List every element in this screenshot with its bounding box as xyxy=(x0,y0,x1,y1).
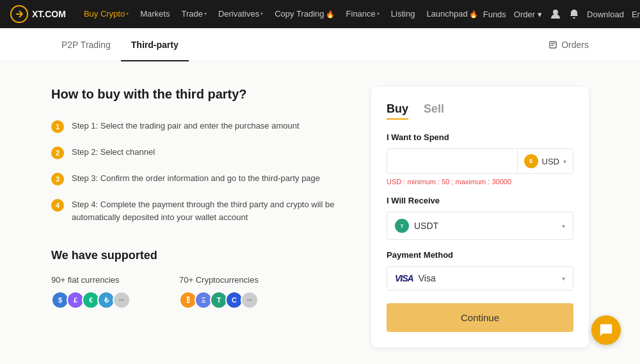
nav-trade[interactable]: Trade ▾ xyxy=(176,0,211,28)
usd-icon: $ xyxy=(524,154,538,168)
nav-right: Funds Order ▾ Download English/USD ▾ xyxy=(483,8,640,20)
step-number-1: 1 xyxy=(51,120,64,133)
chevron-down-icon: ▾ xyxy=(126,0,129,28)
orders-link[interactable]: Orders xyxy=(548,40,589,50)
payment-label: Payment Method xyxy=(387,250,573,260)
fiat-icons: $ £ € ₺ ··· xyxy=(51,291,128,309)
nav-user-icon[interactable] xyxy=(550,8,561,20)
receive-label: I Will Receive xyxy=(387,196,573,205)
step-number-3: 3 xyxy=(51,173,64,186)
fiat-count: 90+ fiat currencies xyxy=(51,275,128,285)
supported-grid: 90+ fiat currencies $ £ € ₺ ··· 70+ Cryp… xyxy=(51,275,346,309)
chevron-down-icon: ▾ xyxy=(204,0,207,28)
visa-label: Visa xyxy=(419,273,436,283)
nav-copy-trading[interactable]: Copy Trading 🔥 xyxy=(269,0,339,28)
crypto-col: 70+ Cryptocurrencies ₿ Ξ T C ··· xyxy=(179,275,259,309)
chevron-down-icon: ▾ xyxy=(563,158,566,165)
tab-p2p-trading[interactable]: P2P Trading xyxy=(51,28,121,61)
receive-selector[interactable]: T USDT ▾ xyxy=(387,212,573,240)
crypto-icons: ₿ Ξ T C ··· xyxy=(179,291,259,309)
receive-currency-label: USDT xyxy=(414,221,438,231)
nav-download[interactable]: Download xyxy=(587,10,624,19)
fiat-icon-more: ··· xyxy=(113,291,131,309)
chevron-down-icon: ▾ xyxy=(562,223,565,230)
svg-rect-4 xyxy=(550,42,556,48)
tab-third-party[interactable]: Third-party xyxy=(121,28,189,61)
visa-info: VISA Visa xyxy=(395,273,436,283)
step-3: 3 Step 3: Confirm the order information … xyxy=(51,172,346,186)
spend-input-row: $ USD ▾ xyxy=(387,148,573,174)
tab-buy[interactable]: Buy xyxy=(387,102,408,120)
chat-bubble[interactable] xyxy=(591,315,621,345)
spend-error: USD : minimum : 50 ; maximum : 30000 xyxy=(387,178,573,186)
nav-language[interactable]: English/USD ▾ xyxy=(632,10,640,19)
page-title: How to buy with the third party? xyxy=(51,87,346,102)
visa-logo-icon: VISA xyxy=(395,273,413,283)
nav-funds[interactable]: Funds xyxy=(483,10,506,19)
fire-icon: 🔥 xyxy=(469,0,478,28)
currency-selector[interactable]: $ USD ▾ xyxy=(517,149,573,173)
chat-icon xyxy=(599,323,613,337)
main-content: How to buy with the third party? 1 Step … xyxy=(0,61,640,364)
tab-sell[interactable]: Sell xyxy=(424,102,444,120)
chevron-down-icon: ▾ xyxy=(260,0,263,28)
steps-list: 1 Step 1: Select the trading pair and en… xyxy=(51,120,346,223)
spend-input[interactable] xyxy=(387,150,517,173)
crypto-icon-more: ··· xyxy=(241,291,259,309)
nav-markets[interactable]: Markets xyxy=(135,0,175,28)
nav-finance[interactable]: Finance ▾ xyxy=(341,0,385,28)
usdt-icon: T xyxy=(395,219,409,233)
spend-label: I Want to Spend xyxy=(387,132,573,142)
buy-widget: Buy Sell I Want to Spend $ USD ▾ USD : m… xyxy=(371,87,589,347)
step-4-text: Step 4: Complete the payment through the… xyxy=(72,198,346,223)
orders-label: Orders xyxy=(561,40,589,50)
logo-text: XT.COM xyxy=(32,9,66,19)
nav-order[interactable]: Order ▾ xyxy=(514,10,542,19)
step-2: 2 Step 2: Select channel xyxy=(51,146,346,159)
supported-section: We have supported 90+ fiat currencies $ … xyxy=(51,249,346,309)
chevron-down-icon: ▾ xyxy=(538,10,542,19)
receive-currency-info: T USDT xyxy=(395,219,438,233)
left-panel: How to buy with the third party? 1 Step … xyxy=(51,87,346,347)
step-4: 4 Step 4: Complete the payment through t… xyxy=(51,198,346,223)
nav-listing[interactable]: Listing xyxy=(386,0,420,28)
supported-title: We have supported xyxy=(51,249,346,262)
svg-point-3 xyxy=(553,10,558,15)
widget-tabs: Buy Sell xyxy=(387,102,573,120)
continue-button[interactable]: Continue xyxy=(387,303,573,332)
step-number-4: 4 xyxy=(51,199,64,212)
logo[interactable]: XT.COM xyxy=(10,5,66,23)
payment-selector[interactable]: VISA Visa ▾ xyxy=(387,266,573,290)
nav-launchpad[interactable]: Launchpad 🔥 xyxy=(421,0,483,28)
step-1: 1 Step 1: Select the trading pair and en… xyxy=(51,120,346,133)
nav-buy-crypto[interactable]: Buy Crypto ▾ xyxy=(79,0,134,28)
fiat-col: 90+ fiat currencies $ £ € ₺ ··· xyxy=(51,275,128,309)
nav-bell-icon[interactable] xyxy=(569,9,579,19)
currency-label: USD xyxy=(542,157,559,166)
chevron-down-icon: ▾ xyxy=(377,0,380,28)
step-2-text: Step 2: Select channel xyxy=(72,146,155,159)
step-1-text: Step 1: Select the trading pair and ente… xyxy=(72,120,300,132)
tabs-bar: P2P Trading Third-party Orders xyxy=(0,28,640,61)
step-3-text: Step 3: Confirm the order information an… xyxy=(72,172,320,185)
chevron-down-icon: ▾ xyxy=(562,275,565,282)
step-number-2: 2 xyxy=(51,146,64,159)
nav-derivatives[interactable]: Derivatives ▾ xyxy=(213,0,268,28)
navbar: XT.COM Buy Crypto ▾ Markets Trade ▾ Deri… xyxy=(0,0,640,28)
nav-items: Buy Crypto ▾ Markets Trade ▾ Derivatives… xyxy=(79,0,483,28)
logo-icon xyxy=(10,5,28,23)
fire-icon: 🔥 xyxy=(326,0,335,28)
crypto-count: 70+ Cryptocurrencies xyxy=(179,275,259,285)
